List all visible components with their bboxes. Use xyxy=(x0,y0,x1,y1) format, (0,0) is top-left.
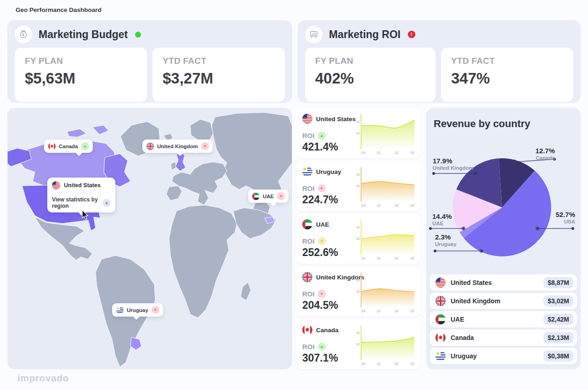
pie-label-canada: 12.7% Canada xyxy=(535,147,555,161)
country-roi-list: United States ROI 421.4% 200400Q4Q1Q2Q3 … xyxy=(296,108,421,369)
svg-text:Q2: Q2 xyxy=(395,204,399,207)
trend-down-icon xyxy=(318,290,326,298)
map-label-canada[interactable]: Canada xyxy=(44,139,93,153)
marketing-budget-panel: $ Marketing Budget FY PLAN $5,63M YTD FA… xyxy=(7,20,292,103)
revenue-value-badge: $2,13M xyxy=(543,332,573,343)
us-flag-icon xyxy=(302,114,312,124)
revenue-panel-title: Revenue by country xyxy=(434,118,530,130)
roi-card-canada[interactable]: Canada ROI 307.1% 200400Q4Q1Q2Q3 xyxy=(296,319,421,369)
tooltip-country-name: United States xyxy=(64,182,101,189)
roi-card-united-kingdom[interactable]: United Kingdom ROI 204.5% 200400Q4Q1Q2Q3 xyxy=(296,266,421,317)
map-region-arabia[interactable] xyxy=(233,208,276,239)
revenue-row-united-states[interactable]: United States $8,87M xyxy=(430,274,577,291)
world-map-panel[interactable]: Canada United Kingdom UAE Uruguay United… xyxy=(7,108,292,369)
svg-text:400: 400 xyxy=(356,331,360,334)
uk-flag-icon xyxy=(435,296,446,306)
svg-text:200: 200 xyxy=(356,237,360,240)
roi-card-united-states[interactable]: United States ROI 421.4% 200400Q4Q1Q2Q3 xyxy=(296,108,421,158)
map-country-canada-islands[interactable] xyxy=(67,129,86,137)
trend-down-icon xyxy=(277,192,285,200)
roi-mini-chart: 200400Q4Q1Q2Q3 xyxy=(356,218,417,262)
roi-value: 252.6% xyxy=(302,246,338,259)
trend-up-icon xyxy=(318,132,326,139)
roi-mini-chart: 200400Q4Q1Q2Q3 xyxy=(356,271,417,315)
budget-status-ok-icon xyxy=(135,32,141,38)
trend-up-icon xyxy=(318,343,326,351)
metric-value: 347% xyxy=(451,70,563,87)
pie-label-uae: 14.4% UAE xyxy=(432,212,452,227)
svg-text:200: 200 xyxy=(356,290,360,293)
svg-text:Q2: Q2 xyxy=(395,256,399,260)
svg-text:Q4: Q4 xyxy=(361,362,365,366)
roi-card-country: Canada xyxy=(316,327,339,334)
pie-label-uruguay: 2.3% Uruguay xyxy=(435,233,457,247)
budget-panel-title: Marketing Budget xyxy=(39,28,128,41)
roi-status-alert-icon: ! xyxy=(408,31,415,38)
trend-down-icon xyxy=(201,142,209,150)
revenue-country: Uruguay xyxy=(451,352,538,360)
map-country-canada-islands[interactable] xyxy=(92,125,108,134)
svg-text:Q4: Q4 xyxy=(361,151,365,155)
svg-text:Q4: Q4 xyxy=(361,204,365,207)
map-label-text: Uruguay xyxy=(127,307,148,313)
svg-text:Q3: Q3 xyxy=(410,362,414,366)
plus-button[interactable]: + xyxy=(102,199,111,207)
revenue-value-badge: $0,38M xyxy=(543,351,573,362)
svg-text:400: 400 xyxy=(356,226,360,229)
svg-text:Q1: Q1 xyxy=(377,309,381,313)
uruguay-flag-icon xyxy=(435,351,446,361)
roi-card-country: UAE xyxy=(316,221,329,228)
revenue-row-uruguay[interactable]: Uruguay $0,38M xyxy=(430,348,577,364)
metric-value: $5,63M xyxy=(25,70,137,87)
roi-value: 421.4% xyxy=(302,141,338,153)
map-label-text: Canada xyxy=(59,144,78,149)
revenue-country: United States xyxy=(451,279,538,286)
roi-panel-title: Marketing ROI xyxy=(329,28,401,41)
svg-text:Q1: Q1 xyxy=(377,362,381,366)
svg-text:Q3: Q3 xyxy=(410,256,414,260)
view-statistics-link[interactable]: View statistics by region xyxy=(52,196,100,209)
svg-text:200: 200 xyxy=(356,132,360,135)
map-country-uruguay[interactable] xyxy=(130,337,141,350)
trend-down-icon xyxy=(152,306,159,314)
svg-text:Q3: Q3 xyxy=(410,204,414,207)
roi-label: ROI xyxy=(302,343,315,351)
map-label-united-kingdom[interactable]: United Kingdom xyxy=(142,139,213,153)
map-country-madagascar[interactable] xyxy=(241,282,251,301)
svg-text:Q1: Q1 xyxy=(377,256,381,260)
svg-text:Q2: Q2 xyxy=(395,151,399,155)
uk-flag-icon xyxy=(302,272,312,282)
uae-flag-icon xyxy=(252,193,260,200)
revenue-value-badge: $3,02M xyxy=(543,295,573,306)
us-map-tooltip[interactable]: United States View statistics by region … xyxy=(47,178,115,212)
trend-down-warn-icon xyxy=(318,237,326,245)
roi-card-uruguay[interactable]: Uruguay ROI 224.7% 200400Q4Q1Q2Q3 xyxy=(296,161,421,211)
metric-value: $3,27M xyxy=(163,70,275,87)
map-label-text: UAE xyxy=(263,194,274,199)
pie-label-united-kingdom: 17.9% United Kingdom xyxy=(433,157,474,171)
svg-text:200: 200 xyxy=(356,184,360,188)
mouse-cursor-icon xyxy=(82,210,89,221)
budget-fy-plan-card: FY PLAN $5,63M xyxy=(15,48,147,102)
map-label-text: United Kingdom xyxy=(157,144,198,149)
metric-label: FY PLAN xyxy=(315,56,425,66)
roi-card-uae[interactable]: UAE ROI 252.6% 200400Q4Q1Q2Q3 xyxy=(296,213,421,264)
revenue-country: Canada xyxy=(451,334,538,341)
map-label-uae[interactable]: UAE xyxy=(248,189,288,203)
revenue-row-united-kingdom[interactable]: United Kingdom $3,02M xyxy=(430,293,577,309)
metric-value: 402% xyxy=(315,70,425,87)
revenue-row-canada[interactable]: Canada $2,13M xyxy=(430,329,577,346)
svg-text:200: 200 xyxy=(356,343,360,346)
metric-label: YTD FACT xyxy=(451,56,563,66)
revenue-row-uae[interactable]: UAE $2,42M xyxy=(430,311,577,328)
canada-flag-icon xyxy=(435,333,446,343)
improvado-logo: improvado xyxy=(17,373,69,384)
map-country-spain[interactable] xyxy=(166,186,182,201)
svg-text:Q3: Q3 xyxy=(410,309,414,313)
roi-value: 204.5% xyxy=(302,299,338,312)
map-label-uruguay[interactable]: Uruguay xyxy=(112,303,163,317)
map-region-africa[interactable] xyxy=(169,205,237,318)
uae-flag-icon xyxy=(302,219,312,229)
roi-ytd-fact-card: YTD FACT 347% xyxy=(441,48,573,102)
marketing-roi-panel: Marketing ROI ! FY PLAN 402% YTD FACT 34… xyxy=(298,20,581,103)
